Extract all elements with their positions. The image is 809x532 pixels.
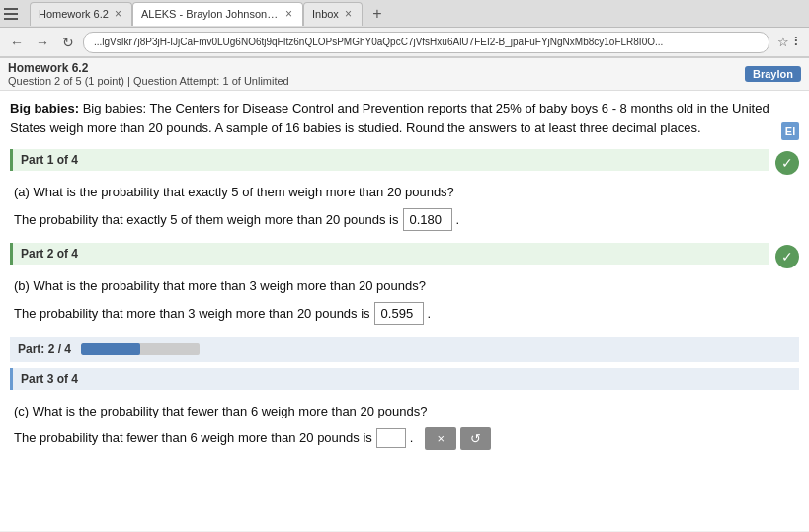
big-babies-bold: Big babies:	[10, 101, 79, 115]
menu-icon[interactable]	[4, 4, 24, 24]
part2-check-icon: ✓	[775, 245, 799, 268]
part1-question: (a) What is the probability that exactly…	[14, 183, 766, 202]
problem-intro-text: Big babies: The Centers for Disease Cont…	[10, 101, 769, 135]
tab-aleks[interactable]: ALEKS - Braylon Johnson - Hor ×	[132, 2, 303, 26]
part2-answer-row: The probability that more than 3 weigh m…	[14, 302, 766, 326]
address-bar[interactable]: ...lgVsIkr7j8P3jH-IJjCaFmv0LUg6NO6tj9qFI…	[83, 32, 769, 53]
address-text: ...lgVsIkr7j8P3jH-IJjCaFmv0LUg6NO6tj9qFI…	[94, 37, 663, 47]
progress-bar-fill	[81, 343, 140, 355]
forward-button[interactable]: →	[32, 32, 53, 53]
user-badge: Braylon	[745, 66, 801, 82]
question-info: Question 2 of 5 (1 point) | Question Att…	[8, 75, 739, 87]
new-tab-button[interactable]: +	[366, 3, 388, 25]
part1-header: Part 1 of 4	[10, 149, 769, 171]
part3-answer-suffix: .	[410, 428, 414, 448]
homework-title: Homework 6.2	[8, 61, 739, 75]
part2-answer-suffix: .	[428, 304, 432, 324]
tab-homework-close[interactable]: ×	[113, 7, 123, 21]
back-button[interactable]: ←	[6, 32, 28, 53]
part1-answer-row: The probability that exactly 5 of them w…	[14, 208, 766, 232]
progress-bar-container	[81, 343, 200, 355]
content-scroll-area: Big babies: Big babies: The Centers for …	[0, 91, 809, 531]
tab-inbox-label: Inbox	[312, 8, 339, 20]
part2-answer-box: 0.595	[374, 302, 424, 326]
reload-button[interactable]: ↻	[57, 32, 79, 53]
tab-homework-label: Homework 6.2	[39, 8, 109, 20]
part3-header: Part 3 of 4	[10, 368, 799, 390]
more-options-icon[interactable]: ⠇	[793, 35, 803, 49]
tab-aleks-close[interactable]: ×	[283, 7, 294, 21]
progress-section: Part: 2 / 4	[10, 337, 799, 362]
tab-inbox[interactable]: Inbox ×	[303, 2, 363, 26]
part2-header: Part 2 of 4	[10, 243, 769, 265]
tab-inbox-close[interactable]: ×	[343, 7, 354, 21]
tab-aleks-label: ALEKS - Braylon Johnson - Hor	[141, 8, 280, 20]
part1-answer-box: 0.180	[403, 208, 452, 232]
part3-answer-input[interactable]	[376, 428, 406, 448]
tab-homework[interactable]: Homework 6.2 ×	[30, 2, 132, 26]
part1-answer-prefix: The probability that exactly 5 of them w…	[14, 210, 399, 230]
bookmark-icon[interactable]: ☆	[777, 35, 789, 49]
clear-button[interactable]: ×	[425, 427, 456, 450]
part1-check-icon: ✓	[775, 151, 799, 175]
part1-answer-suffix: .	[456, 210, 460, 230]
part3-question: (c) What is the probability that fewer t…	[14, 402, 795, 421]
el-badge: El	[781, 122, 799, 140]
problem-intro: Big babies: Big babies: The Centers for …	[10, 99, 799, 137]
part3-answer-prefix: The probability that fewer than 6 weigh …	[14, 428, 372, 448]
redo-button[interactable]: ↺	[460, 427, 491, 450]
progress-label: Part: 2 / 4	[18, 342, 71, 356]
part2-question: (b) What is the probability that more th…	[14, 276, 766, 296]
part3-answer-row: The probability that fewer than 6 weigh …	[14, 427, 795, 450]
part2-answer-prefix: The probability that more than 3 weigh m…	[14, 304, 370, 324]
